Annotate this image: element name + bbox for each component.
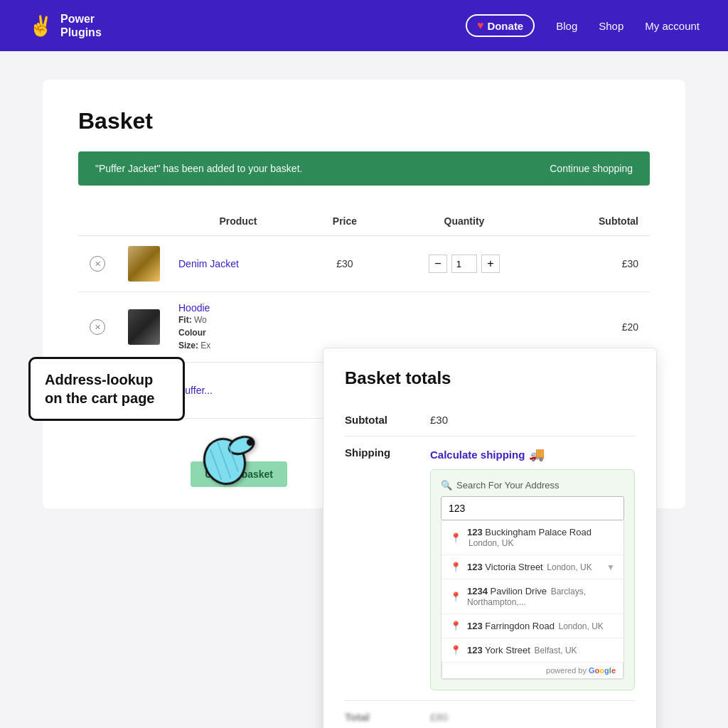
- address-suggestion[interactable]: 📍 123 Farringdon Road London, UK: [441, 614, 623, 638]
- address-text: 123 Farringdon Road London, UK: [467, 621, 604, 631]
- table-row: ✕ Denim Jacket £30 − +: [78, 236, 650, 292]
- bottom-row: Update basket Basket totals Subtotal £30…: [78, 433, 650, 466]
- hand-pointer-icon: [185, 408, 269, 504]
- product-price: £30: [305, 236, 385, 292]
- navbar: ✌️ Power Plugins ♥ Donate Blog Shop My a…: [0, 0, 728, 51]
- page-title: Basket: [78, 108, 650, 134]
- qty-increase-button[interactable]: +: [481, 255, 500, 273]
- address-input-wrap: [441, 496, 624, 520]
- my-account-link[interactable]: My account: [645, 20, 700, 32]
- calculate-shipping-link[interactable]: Calculate shipping 🚚: [430, 446, 635, 462]
- address-suggestion[interactable]: 📍 123 Victoria Street London, UK ▼: [441, 555, 623, 579]
- remove-item-button[interactable]: ✕: [90, 319, 105, 335]
- calculate-shipping-text: Calculate shipping: [430, 449, 525, 461]
- address-suggestion[interactable]: 📍 1234 Pavilion Drive Barclays, Northamp…: [441, 579, 623, 614]
- pin-icon: 📍: [450, 621, 461, 631]
- shipping-label: Shipping: [345, 446, 430, 459]
- product-detail: Fit: Wo Colour Size: Ex: [178, 314, 294, 352]
- heart-icon: ♥: [477, 19, 484, 32]
- logo-text: Power Plugins: [60, 12, 102, 39]
- logo-icon: ✌️: [28, 14, 53, 38]
- notification-text: "Puffer Jacket" has been added to your b…: [95, 163, 302, 174]
- product-subtotal: £30: [544, 236, 650, 292]
- search-icon: 🔍: [441, 480, 452, 491]
- notification-bar: "Puffer Jacket" has been added to your b…: [78, 151, 650, 186]
- subtotal-label: Subtotal: [345, 414, 430, 426]
- address-dropdown: 📍 123 Buckingham Palace Road London, UK …: [441, 520, 624, 680]
- total-row: Total £80: [345, 701, 635, 728]
- product-name-link[interactable]: Denim Jacket: [178, 258, 239, 269]
- product-thumbnail: [128, 309, 160, 345]
- product-name-link[interactable]: Hoodie: [178, 302, 210, 314]
- pin-icon: 📍: [450, 532, 461, 543]
- truck-icon: 🚚: [529, 446, 545, 462]
- pin-icon: 📍: [450, 592, 461, 602]
- page-content: Basket "Puffer Jacket" has been added to…: [0, 51, 728, 728]
- logo[interactable]: ✌️ Power Plugins: [28, 12, 102, 39]
- expand-icon: ▼: [606, 562, 615, 572]
- subtotal-row: Subtotal £30: [345, 404, 635, 437]
- nav-links: ♥ Donate Blog Shop My account: [466, 14, 700, 37]
- continue-shopping-link[interactable]: Continue shopping: [550, 163, 633, 174]
- col-price-header: Price: [305, 207, 385, 236]
- pin-icon: 📍: [450, 645, 461, 655]
- subtotal-value: £30: [430, 414, 448, 426]
- shop-link[interactable]: Shop: [599, 20, 623, 32]
- address-text: 123 York Street Belfast, UK: [467, 645, 577, 655]
- col-remove: [78, 207, 117, 236]
- address-suggestion[interactable]: 📍 123 Buckingham Palace Road London, UK: [441, 520, 623, 555]
- address-text: 1234 Pavilion Drive Barclays, Northampto…: [467, 586, 615, 607]
- product-thumbnail: [128, 246, 160, 282]
- total-label: Total: [345, 711, 430, 723]
- quantity-control: − +: [396, 255, 532, 273]
- col-subtotal-header: Subtotal: [544, 207, 650, 236]
- popup-title: Basket totals: [345, 368, 635, 388]
- col-quantity-header: Quantity: [385, 207, 544, 236]
- col-product-header: Product: [171, 207, 305, 236]
- main-card: Basket "Puffer Jacket" has been added to…: [43, 80, 685, 508]
- pin-icon: 📍: [450, 562, 461, 572]
- total-value: £80: [430, 711, 448, 723]
- address-search-input[interactable]: [441, 496, 624, 520]
- donate-button[interactable]: ♥ Donate: [466, 14, 535, 37]
- address-lookup-box: 🔍 Search For Your Address 📍 123 Buckingh…: [430, 469, 635, 690]
- basket-totals-popup: Basket totals Subtotal £30 Shipping Calc…: [323, 348, 657, 728]
- address-suggestion[interactable]: 📍 123 York Street Belfast, UK: [441, 638, 623, 663]
- search-label: 🔍 Search For Your Address: [441, 480, 624, 491]
- col-image: [117, 207, 171, 236]
- quantity-input[interactable]: [451, 255, 477, 273]
- address-text: 123 Buckingham Palace Road London, UK: [467, 527, 615, 548]
- powered-by-google: powered by Google: [441, 663, 623, 679]
- qty-decrease-button[interactable]: −: [429, 255, 447, 273]
- blog-link[interactable]: Blog: [556, 20, 577, 32]
- callout-text: Address-lookup on the cart page: [45, 372, 154, 406]
- callout-box: Address-lookup on the cart page: [28, 357, 185, 421]
- address-text: 123 Victoria Street London, UK: [467, 562, 592, 572]
- remove-item-button[interactable]: ✕: [90, 256, 105, 272]
- shipping-row: Shipping Calculate shipping 🚚 🔍 Search F…: [345, 437, 635, 701]
